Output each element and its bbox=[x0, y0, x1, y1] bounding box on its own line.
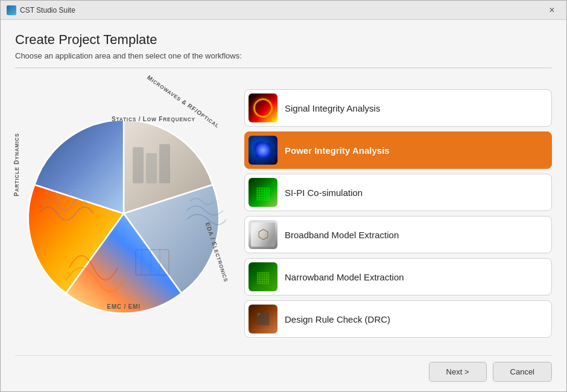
label-particle: PARTICLE DYNAMICS bbox=[13, 133, 20, 197]
workflows-list: Signal Integrity AnalysisPower Integrity… bbox=[244, 78, 552, 349]
page-subtitle: Choose an application area and then sele… bbox=[15, 51, 552, 68]
workflow-thumb-power bbox=[249, 136, 277, 165]
workflow-thumb-broadband bbox=[249, 220, 277, 249]
workflow-item-signal[interactable]: Signal Integrity Analysis bbox=[244, 89, 552, 127]
workflow-item-broadband[interactable]: Broadband Model Extraction bbox=[244, 216, 552, 253]
svg-rect-8 bbox=[159, 144, 170, 183]
workflow-label-signal: Signal Integrity Analysis bbox=[285, 103, 380, 113]
footer: Next > Cancel bbox=[15, 355, 552, 382]
pie-area: STATICS / LOW FREQUENCY MICROWAVES & RF/… bbox=[15, 78, 232, 349]
content-area: Create Project Template Choose an applic… bbox=[1, 20, 566, 391]
workflow-item-narrowband[interactable]: Narrowband Model Extraction bbox=[244, 258, 552, 296]
workflow-label-sipi: SI-PI Co-simulation bbox=[285, 188, 363, 198]
pie-chart bbox=[21, 111, 226, 316]
close-button[interactable]: × bbox=[543, 2, 560, 19]
workflow-label-broadband: Broadband Model Extraction bbox=[285, 230, 399, 240]
cancel-button[interactable]: Cancel bbox=[493, 362, 552, 382]
svg-rect-6 bbox=[133, 147, 144, 183]
page-title: Create Project Template bbox=[15, 32, 552, 48]
workflow-item-drc[interactable]: Design Rule Check (DRC) bbox=[244, 300, 552, 338]
workflow-item-sipi[interactable]: SI-PI Co-simulation bbox=[244, 174, 552, 211]
label-statics: STATICS / LOW FREQUENCY bbox=[112, 116, 195, 122]
workflow-thumb-signal bbox=[249, 93, 277, 122]
workflow-item-power[interactable]: Power Integrity Analysis bbox=[244, 131, 552, 169]
label-emc: EMC / EMI bbox=[107, 303, 141, 310]
workflow-label-drc: Design Rule Check (DRC) bbox=[285, 314, 390, 324]
window: CST Studio Suite × Create Project Templa… bbox=[0, 0, 567, 392]
app-icon bbox=[7, 5, 16, 15]
workflow-thumb-drc bbox=[249, 305, 277, 334]
main-area: STATICS / LOW FREQUENCY MICROWAVES & RF/… bbox=[15, 78, 552, 349]
next-button[interactable]: Next > bbox=[429, 362, 487, 382]
workflow-thumb-sipi bbox=[249, 178, 277, 207]
svg-rect-7 bbox=[146, 153, 157, 183]
title-bar: CST Studio Suite × bbox=[1, 1, 566, 20]
workflow-label-power: Power Integrity Analysis bbox=[285, 145, 390, 156]
pie-container: STATICS / LOW FREQUENCY MICROWAVES & RF/… bbox=[21, 111, 226, 316]
workflow-thumb-narrowband bbox=[249, 262, 277, 291]
title-bar-text: CST Studio Suite bbox=[20, 6, 543, 14]
workflow-label-narrowband: Narrowband Model Extraction bbox=[285, 272, 404, 282]
